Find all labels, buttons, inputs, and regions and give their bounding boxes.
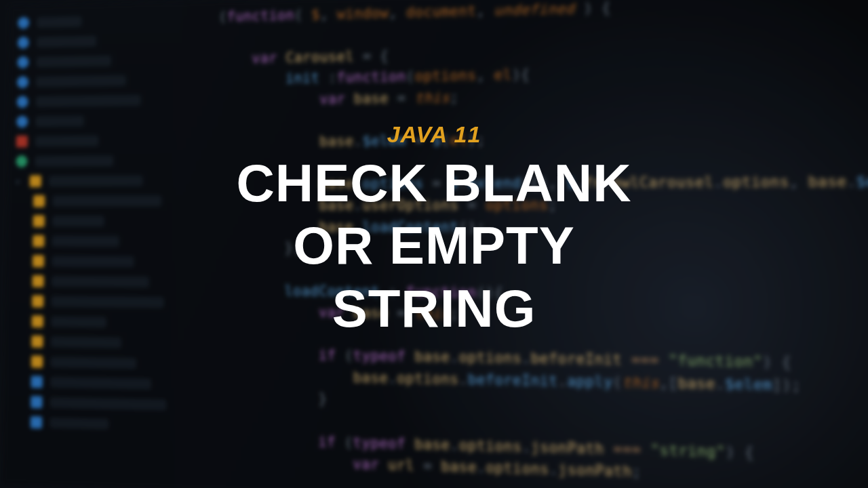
- kicker-text: JAVA 11: [387, 121, 481, 148]
- headline-text: CHECK BLANK OR EMPTY STRING: [237, 152, 632, 339]
- title-overlay: JAVA 11 CHECK BLANK OR EMPTY STRING: [0, 0, 868, 474]
- headline-line-1: CHECK BLANK: [237, 152, 632, 214]
- headline-line-2: OR EMPTY: [237, 214, 632, 277]
- headline-line-3: STRING: [237, 277, 632, 340]
